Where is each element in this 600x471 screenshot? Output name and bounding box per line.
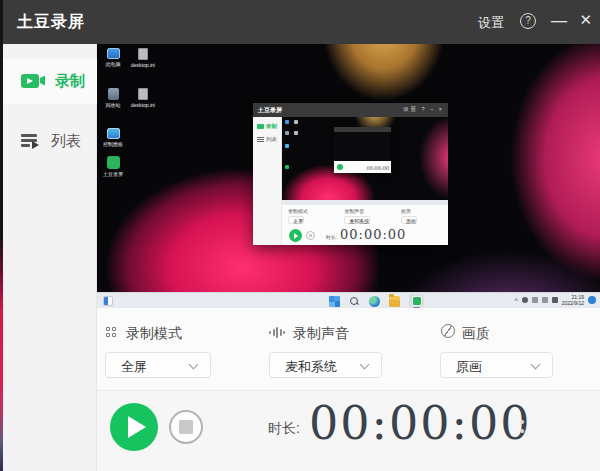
sidebar-list-label: 列表 (51, 132, 81, 151)
desktop-icon-this-pc: 此电脑 (97, 48, 129, 67)
capture-preview: 此电脑 desktop.ini 回收站 desktop.ini 控制面板 土豆录… (97, 44, 600, 292)
file-explorer-icon (389, 296, 400, 307)
nested-recorder-window: 土豆录屏 设置 ? – × 录制 列表 00:00:00 (253, 103, 448, 245)
nested-window-level3: 00:00:00 (334, 127, 391, 173)
nested-stop-button (306, 231, 315, 240)
record-mode-label: 录制模式 (126, 325, 182, 343)
nested-quality-dropdown: 原画 (401, 216, 417, 224)
nested3-play-icon (337, 164, 343, 170)
recorder-taskbar-icon (409, 294, 424, 307)
duration-timer-trail: : (517, 405, 527, 440)
recycle-bin-icon (108, 88, 119, 100)
tray-icon (552, 297, 558, 303)
nested-sidebar: 录制 列表 (253, 117, 282, 245)
close-icon[interactable]: ✕ (579, 11, 592, 29)
this-pc-icon (107, 48, 120, 59)
record-camera-icon (21, 73, 47, 90)
start-recording-button[interactable] (110, 403, 158, 451)
taskbar-center-icons (329, 295, 424, 307)
notification-badge (588, 296, 596, 304)
nested-play-button (289, 229, 302, 242)
sidebar-record-label: 录制 (55, 72, 85, 91)
desktop-icon-recycle-bin: 回收站 (97, 88, 129, 108)
record-sound-icon (269, 326, 285, 338)
nested-titlebar: 土豆录屏 设置 ? – × (253, 103, 448, 117)
desktop-icon-recorder-app: 土豆录屏 (97, 156, 129, 177)
nested-record-icon (257, 124, 264, 129)
recorder-app-icon (107, 156, 120, 169)
chevron-down-icon (360, 360, 370, 370)
help-icon[interactable]: ? (520, 13, 536, 29)
nested-controls: 录制模式 全屏 录制声音 麦和系统 画质 原画 时长: 00:00:00 (282, 205, 448, 245)
desktop-icon-control-panel: 控制面板 (97, 128, 129, 147)
sidebar-item-record[interactable]: 录制 (3, 58, 97, 104)
app-title: 土豆录屏 (17, 12, 85, 33)
list-icon (21, 133, 43, 149)
search-icon (349, 296, 360, 307)
nested-list-icon (257, 137, 264, 142)
nested-mode-dropdown: 全屏 (288, 216, 304, 224)
nested-preview: 00:00:00 (282, 117, 448, 205)
tray-icon (522, 297, 528, 303)
record-sound-label: 录制声音 (293, 325, 349, 343)
controls-panel: 录制模式 全屏 录制声音 麦和系统 画质 原画 时长: 00:00:00 : (97, 308, 600, 471)
windows-start-icon (329, 296, 340, 307)
captured-taskbar: ^ 21:19 2022/9/12 (97, 292, 600, 308)
app-window: 土豆录屏 设置 ? — ✕ 录制 列表 此电脑 desktop.ini (0, 0, 600, 471)
record-action-row: 时长: 00:00:00 : (97, 390, 600, 471)
sidebar-item-list[interactable]: 列表 (3, 118, 97, 164)
edge-browser-icon (369, 296, 380, 307)
quality-dropdown[interactable]: 原画 (440, 352, 553, 378)
taskbar-clock: 21:19 2022/9/12 (562, 294, 584, 306)
record-mode-icon (106, 327, 116, 337)
nested-timer: 00:00:00 (340, 227, 406, 242)
widgets-icon (103, 296, 113, 306)
desktop-icon-desktop-ini: desktop.ini (127, 48, 159, 68)
titlebar: 土豆录屏 设置 ? — ✕ (3, 0, 600, 44)
chevron-down-icon (531, 360, 541, 370)
tray-icon (532, 297, 538, 303)
system-tray: ^ 21:19 2022/9/12 (514, 294, 596, 306)
sidebar: 录制 列表 (3, 44, 97, 471)
record-mode-dropdown[interactable]: 全屏 (105, 352, 211, 378)
settings-button[interactable]: 设置 (478, 14, 504, 32)
stop-recording-button[interactable] (169, 410, 203, 444)
minimize-icon[interactable]: — (551, 12, 567, 30)
quality-label: 画质 (462, 325, 490, 343)
duration-label: 时长: (268, 420, 300, 438)
file-icon (138, 88, 148, 100)
quality-icon (441, 324, 455, 338)
chevron-down-icon (189, 360, 199, 370)
desktop-icon-desktop-ini-2: desktop.ini (127, 88, 159, 108)
nested-titlebar-buttons: 设置 ? – × (403, 106, 444, 113)
tray-caret-icon: ^ (514, 297, 517, 304)
tray-icon (542, 297, 548, 303)
duration-timer: 00:00:00 (309, 396, 532, 450)
record-sound-dropdown[interactable]: 麦和系统 (269, 352, 382, 378)
file-icon (138, 48, 148, 60)
control-panel-icon (107, 128, 120, 139)
nested-sound-dropdown: 麦和系统 (344, 216, 370, 224)
